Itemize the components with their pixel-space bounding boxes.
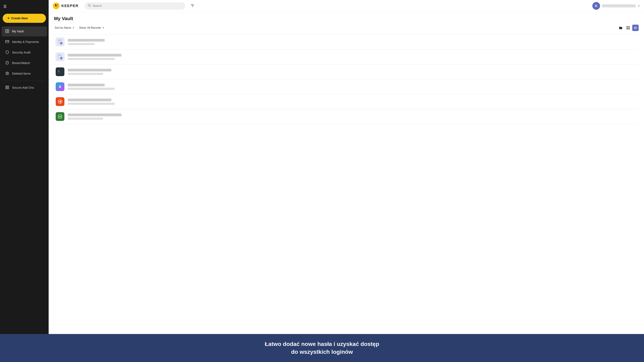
- record-icon-3: [56, 68, 64, 76]
- search-input[interactable]: [92, 4, 182, 8]
- svg-line-18: [90, 6, 91, 7]
- grid-view-button[interactable]: [625, 25, 631, 31]
- table-row[interactable]: [54, 34, 639, 50]
- table-row[interactable]: [54, 79, 639, 94]
- record-info-2: [68, 54, 637, 60]
- sidebar-item-breachwatch[interactable]: BreachWatch: [2, 58, 47, 68]
- svg-rect-28: [628, 28, 630, 29]
- record-icon-1: [56, 38, 64, 46]
- sidebar-item-label-my-vault: My Vault: [12, 30, 24, 33]
- svg-rect-35: [59, 42, 60, 42]
- sidebar-item-label-security-audit: Security Audit: [12, 51, 30, 54]
- svg-rect-46: [58, 70, 60, 72]
- record-subtitle-blurred-4: [68, 88, 115, 90]
- records-list: [54, 34, 639, 124]
- sidebar-item-deleted-items[interactable]: Deleted Items: [2, 69, 47, 79]
- view-toggle: [618, 25, 639, 31]
- record-title-blurred-2: [68, 54, 122, 56]
- trash-icon: [5, 72, 10, 76]
- record-icon-2: [56, 52, 64, 61]
- sidebar-item-security-audit[interactable]: Security Audit: [2, 48, 47, 58]
- record-icon-6: [56, 112, 64, 121]
- record-icon-4: [56, 82, 64, 91]
- user-dropdown-arrow[interactable]: ▼: [638, 4, 640, 7]
- svg-rect-12: [6, 86, 7, 87]
- logo-area: KEEPER: [53, 2, 78, 10]
- svg-rect-13: [8, 86, 9, 87]
- record-info-3: [68, 69, 637, 75]
- record-info-4: [68, 84, 637, 90]
- svg-rect-34: [59, 41, 60, 42]
- table-row[interactable]: [54, 94, 639, 109]
- record-subtitle-blurred-1: [68, 43, 94, 45]
- svg-rect-27: [626, 28, 628, 29]
- sidebar-item-label-identity-payments: Identity & Payments: [12, 40, 39, 44]
- sidebar-item-label-breachwatch: BreachWatch: [12, 61, 30, 65]
- filter-controls-icon[interactable]: [190, 4, 194, 8]
- svg-rect-33: [59, 40, 61, 41]
- record-info-1: [68, 39, 637, 45]
- svg-rect-15: [8, 88, 9, 89]
- record-info-6: [68, 114, 637, 120]
- record-subtitle-blurred-3: [68, 73, 103, 75]
- table-row[interactable]: [54, 50, 639, 64]
- svg-rect-2: [6, 40, 9, 43]
- tooltip-banner: Łatwo dodać nowe hasła i uzyskać dostęp …: [0, 334, 644, 362]
- svg-point-22: [191, 4, 192, 5]
- record-subtitle-blurred-5: [68, 102, 115, 105]
- topbar: KEEPER K: [49, 0, 644, 12]
- svg-rect-41: [59, 56, 60, 56]
- svg-rect-25: [626, 26, 628, 28]
- main-content: KEEPER K: [49, 0, 644, 362]
- svg-point-24: [192, 6, 193, 7]
- sort-button[interactable]: Sort by Name ▼: [54, 25, 75, 30]
- filter-label: Show: All Records: [79, 26, 101, 29]
- table-row[interactable]: [54, 64, 639, 79]
- breachwatch-icon: [5, 61, 10, 66]
- svg-rect-14: [6, 88, 7, 89]
- sidebar-item-label-secure-add-ons: Secure Add Ons: [12, 86, 34, 90]
- show-filter-button[interactable]: Show: All Records ▼: [78, 25, 105, 30]
- svg-rect-40: [59, 55, 61, 56]
- hamburger-icon[interactable]: ☰: [3, 4, 7, 9]
- toolbar: Sort by Name ▼ Show: All Records ▼: [54, 25, 639, 31]
- svg-point-23: [193, 5, 194, 6]
- sidebar: ☰ + Create New My Vault Identity & Payme…: [0, 0, 49, 362]
- sidebar-item-my-vault[interactable]: My Vault: [2, 26, 47, 36]
- sidebar-item-secure-add-ons[interactable]: Secure Add Ons: [2, 83, 47, 93]
- sort-label: Sort by Name: [55, 26, 71, 29]
- svg-point-1: [7, 30, 8, 32]
- svg-rect-26: [628, 26, 630, 28]
- avatar[interactable]: K: [592, 2, 600, 10]
- svg-rect-49: [58, 115, 62, 118]
- shield-icon: [5, 50, 10, 55]
- record-icon-5: [56, 97, 64, 106]
- logo-text: KEEPER: [62, 4, 78, 8]
- tooltip-line1: Łatwo dodać nowe hasła i uzyskać dostęp: [7, 340, 637, 348]
- vault-icon: [5, 29, 10, 34]
- list-view-button[interactable]: [632, 25, 639, 31]
- create-new-button[interactable]: + Create New: [3, 14, 46, 23]
- keeper-logo-icon: [53, 2, 60, 10]
- grid-apps-icon: [5, 86, 10, 90]
- create-new-label: Create New: [11, 16, 28, 20]
- record-title-blurred-6: [68, 114, 122, 116]
- folder-view-button[interactable]: [618, 25, 624, 31]
- sidebar-header: ☰: [0, 3, 49, 12]
- sidebar-item-identity-payments[interactable]: Identity & Payments: [2, 37, 47, 47]
- tooltip-line2: do wszystkich loginów: [7, 348, 637, 356]
- sort-chevron-icon: ▼: [72, 27, 74, 29]
- sidebar-item-label-deleted-items: Deleted Items: [12, 72, 31, 76]
- search-bar[interactable]: [84, 2, 185, 10]
- record-info-5: [68, 98, 637, 105]
- search-icon: [88, 4, 91, 8]
- record-title-blurred-5: [68, 98, 111, 101]
- record-title-blurred-4: [68, 84, 105, 86]
- record-subtitle-blurred-6: [68, 118, 103, 120]
- avatar-letter: K: [595, 4, 598, 8]
- svg-point-4: [7, 63, 8, 64]
- topbar-right: K ▼: [592, 2, 640, 10]
- table-row[interactable]: [54, 109, 639, 124]
- vault-content: My Vault Sort by Name ▼ Show: All Record…: [49, 12, 644, 362]
- page-title: My Vault: [54, 16, 639, 21]
